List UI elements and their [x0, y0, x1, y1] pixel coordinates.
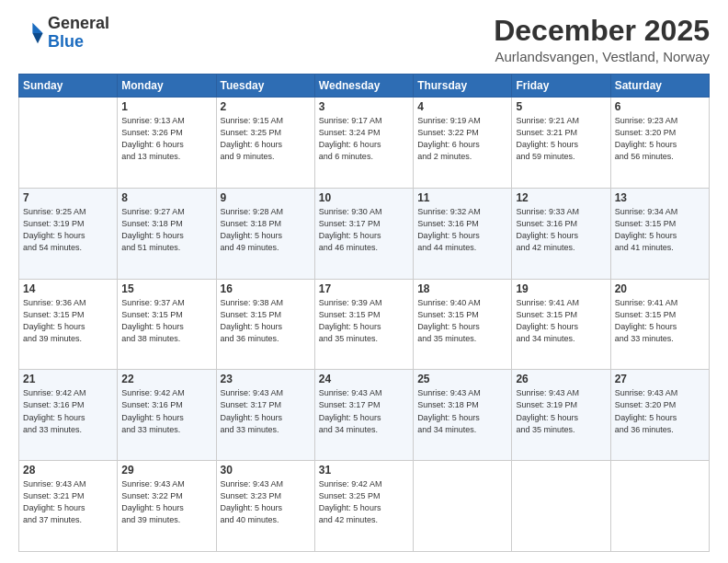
svg-marker-0 [32, 23, 42, 33]
day-info: Sunrise: 9:43 AM Sunset: 3:20 PM Dayligh… [615, 387, 705, 435]
day-info: Sunrise: 9:17 AM Sunset: 3:24 PM Dayligh… [319, 115, 409, 163]
calendar-cell: 1Sunrise: 9:13 AM Sunset: 3:26 PM Daylig… [118, 98, 216, 189]
day-info: Sunrise: 9:13 AM Sunset: 3:26 PM Dayligh… [121, 115, 211, 163]
calendar-header-monday: Monday [118, 75, 216, 98]
day-number: 26 [516, 373, 606, 385]
calendar-table: SundayMondayTuesdayWednesdayThursdayFrid… [18, 74, 710, 552]
logo-general: General [48, 14, 109, 32]
calendar-cell: 23Sunrise: 9:43 AM Sunset: 3:17 PM Dayli… [216, 370, 314, 461]
logo: General Blue [18, 15, 109, 52]
title-block: December 2025 Aurlandsvangen, Vestland, … [494, 15, 710, 64]
day-number: 8 [121, 191, 211, 204]
day-info: Sunrise: 9:21 AM Sunset: 3:21 PM Dayligh… [516, 115, 606, 163]
day-number: 18 [417, 282, 507, 295]
day-number: 7 [23, 191, 113, 204]
calendar-cell [610, 461, 709, 552]
day-info: Sunrise: 9:40 AM Sunset: 3:15 PM Dayligh… [417, 297, 507, 345]
day-info: Sunrise: 9:25 AM Sunset: 3:19 PM Dayligh… [23, 206, 113, 254]
day-number: 27 [615, 373, 705, 385]
calendar-cell: 10Sunrise: 9:30 AM Sunset: 3:17 PM Dayli… [314, 188, 413, 279]
day-info: Sunrise: 9:32 AM Sunset: 3:16 PM Dayligh… [417, 206, 507, 254]
calendar-cell: 4Sunrise: 9:19 AM Sunset: 3:22 PM Daylig… [414, 98, 512, 189]
calendar-header-thursday: Thursday [414, 75, 512, 98]
day-number: 10 [319, 191, 409, 204]
day-number: 29 [121, 464, 211, 477]
calendar-cell [512, 461, 610, 552]
day-number: 25 [417, 373, 507, 385]
day-info: Sunrise: 9:19 AM Sunset: 3:22 PM Dayligh… [417, 115, 507, 163]
calendar-week-row: 14Sunrise: 9:36 AM Sunset: 3:15 PM Dayli… [19, 279, 710, 370]
calendar-week-row: 1Sunrise: 9:13 AM Sunset: 3:26 PM Daylig… [19, 98, 710, 189]
day-info: Sunrise: 9:43 AM Sunset: 3:23 PM Dayligh… [221, 478, 311, 526]
day-info: Sunrise: 9:43 AM Sunset: 3:17 PM Dayligh… [221, 387, 311, 435]
header: General Blue December 2025 Aurlandsvange… [18, 15, 710, 64]
day-number: 23 [221, 373, 311, 385]
calendar-cell: 15Sunrise: 9:37 AM Sunset: 3:15 PM Dayli… [118, 279, 216, 370]
calendar-cell: 7Sunrise: 9:25 AM Sunset: 3:19 PM Daylig… [19, 188, 118, 279]
logo-text: General Blue [48, 15, 109, 52]
day-number: 13 [615, 191, 705, 204]
day-number: 6 [615, 100, 705, 113]
day-number: 17 [319, 282, 409, 295]
calendar-cell: 26Sunrise: 9:43 AM Sunset: 3:19 PM Dayli… [512, 370, 610, 461]
day-info: Sunrise: 9:34 AM Sunset: 3:15 PM Dayligh… [615, 206, 705, 254]
day-info: Sunrise: 9:30 AM Sunset: 3:17 PM Dayligh… [319, 206, 409, 254]
day-info: Sunrise: 9:41 AM Sunset: 3:15 PM Dayligh… [516, 297, 606, 345]
day-info: Sunrise: 9:42 AM Sunset: 3:25 PM Dayligh… [319, 478, 409, 526]
calendar-cell [414, 461, 512, 552]
location: Aurlandsvangen, Vestland, Norway [494, 49, 710, 64]
day-info: Sunrise: 9:43 AM Sunset: 3:21 PM Dayligh… [23, 478, 113, 526]
day-number: 19 [516, 282, 606, 295]
day-info: Sunrise: 9:43 AM Sunset: 3:18 PM Dayligh… [417, 387, 507, 435]
calendar-cell: 25Sunrise: 9:43 AM Sunset: 3:18 PM Dayli… [414, 370, 512, 461]
day-info: Sunrise: 9:36 AM Sunset: 3:15 PM Dayligh… [23, 297, 113, 345]
calendar-cell: 16Sunrise: 9:38 AM Sunset: 3:15 PM Dayli… [216, 279, 314, 370]
calendar-header-saturday: Saturday [610, 75, 709, 98]
day-info: Sunrise: 9:42 AM Sunset: 3:16 PM Dayligh… [121, 387, 211, 435]
day-info: Sunrise: 9:43 AM Sunset: 3:17 PM Dayligh… [319, 387, 409, 435]
day-number: 12 [516, 191, 606, 204]
day-number: 3 [319, 100, 409, 113]
day-number: 21 [23, 373, 113, 385]
calendar-cell: 3Sunrise: 9:17 AM Sunset: 3:24 PM Daylig… [314, 98, 413, 189]
logo-icon [18, 20, 44, 46]
calendar-cell: 21Sunrise: 9:42 AM Sunset: 3:16 PM Dayli… [19, 370, 118, 461]
calendar-cell: 22Sunrise: 9:42 AM Sunset: 3:16 PM Dayli… [118, 370, 216, 461]
day-number: 20 [615, 282, 705, 295]
month-title: December 2025 [494, 15, 710, 47]
page: General Blue December 2025 Aurlandsvange… [0, 0, 728, 563]
calendar-cell: 2Sunrise: 9:15 AM Sunset: 3:25 PM Daylig… [216, 98, 314, 189]
calendar-week-row: 7Sunrise: 9:25 AM Sunset: 3:19 PM Daylig… [19, 188, 710, 279]
calendar-cell: 29Sunrise: 9:43 AM Sunset: 3:22 PM Dayli… [118, 461, 216, 552]
day-number: 9 [221, 191, 311, 204]
day-info: Sunrise: 9:43 AM Sunset: 3:19 PM Dayligh… [516, 387, 606, 435]
day-info: Sunrise: 9:15 AM Sunset: 3:25 PM Dayligh… [221, 115, 311, 163]
day-number: 15 [121, 282, 211, 295]
calendar-cell: 17Sunrise: 9:39 AM Sunset: 3:15 PM Dayli… [314, 279, 413, 370]
day-number: 31 [319, 464, 409, 477]
calendar-cell: 31Sunrise: 9:42 AM Sunset: 3:25 PM Dayli… [314, 461, 413, 552]
day-info: Sunrise: 9:41 AM Sunset: 3:15 PM Dayligh… [615, 297, 705, 345]
calendar-cell: 19Sunrise: 9:41 AM Sunset: 3:15 PM Dayli… [512, 279, 610, 370]
day-number: 30 [221, 464, 311, 477]
day-number: 4 [417, 100, 507, 113]
day-number: 1 [121, 100, 211, 113]
day-info: Sunrise: 9:42 AM Sunset: 3:16 PM Dayligh… [23, 387, 113, 435]
day-number: 22 [121, 373, 211, 385]
calendar-header-row: SundayMondayTuesdayWednesdayThursdayFrid… [19, 75, 710, 98]
day-number: 2 [221, 100, 311, 113]
calendar-header-sunday: Sunday [19, 75, 118, 98]
calendar-week-row: 28Sunrise: 9:43 AM Sunset: 3:21 PM Dayli… [19, 461, 710, 552]
calendar-header-tuesday: Tuesday [216, 75, 314, 98]
day-number: 24 [319, 373, 409, 385]
day-info: Sunrise: 9:37 AM Sunset: 3:15 PM Dayligh… [121, 297, 211, 345]
calendar-cell: 28Sunrise: 9:43 AM Sunset: 3:21 PM Dayli… [19, 461, 118, 552]
calendar-cell: 12Sunrise: 9:33 AM Sunset: 3:16 PM Dayli… [512, 188, 610, 279]
calendar-cell: 9Sunrise: 9:28 AM Sunset: 3:18 PM Daylig… [216, 188, 314, 279]
day-number: 14 [23, 282, 113, 295]
calendar-cell [19, 98, 118, 189]
calendar-cell: 30Sunrise: 9:43 AM Sunset: 3:23 PM Dayli… [216, 461, 314, 552]
day-info: Sunrise: 9:23 AM Sunset: 3:20 PM Dayligh… [615, 115, 705, 163]
day-info: Sunrise: 9:27 AM Sunset: 3:18 PM Dayligh… [121, 206, 211, 254]
day-number: 28 [23, 464, 113, 477]
